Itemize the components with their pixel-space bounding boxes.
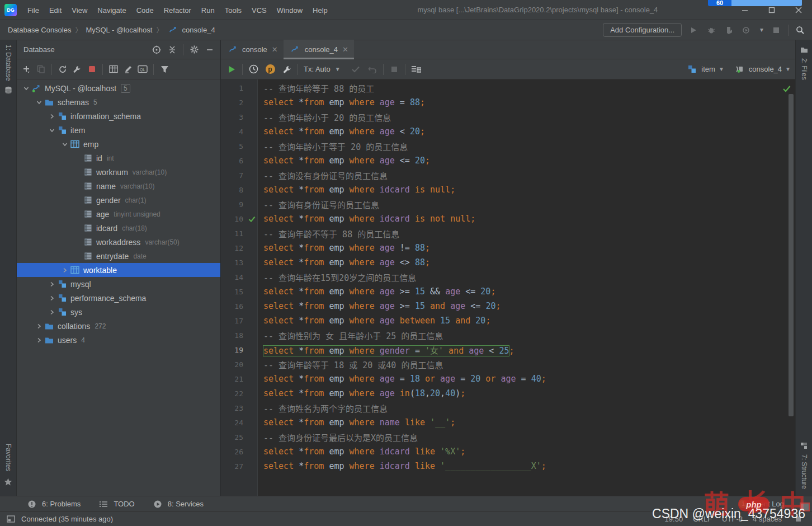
code-line[interactable]: 15select *from emp where age >= 15 && ag…	[221, 284, 795, 299]
schema-switcher[interactable]: item ▼	[686, 63, 724, 76]
code-line[interactable]: 5-- 查询年龄小于等于 20 的员工信息	[221, 139, 795, 153]
services-toolwindow[interactable]: 8: Services	[152, 498, 204, 510]
debug-icon[interactable]	[705, 24, 717, 36]
chevron-right-icon[interactable]	[47, 294, 57, 303]
connection-status[interactable]: Connected (35 minutes ago)	[21, 515, 113, 523]
chevron-right-icon[interactable]	[34, 336, 44, 345]
todo-toolwindow[interactable]: TODO	[97, 498, 134, 510]
coverage-icon[interactable]	[723, 24, 735, 36]
code-line[interactable]: 3-- 查询年龄小于 20 的员工信息	[221, 110, 795, 124]
encoding-indicator[interactable]: UTF-8	[722, 515, 743, 523]
breadcrumb-datasource[interactable]: MySQL - @localhost	[86, 26, 152, 34]
code-editor[interactable]: 1-- 查询年龄等于 88 的员工2select *from emp where…	[221, 79, 795, 496]
tree-item-collations[interactable]: collations272	[17, 319, 220, 333]
scroll-to-source-icon[interactable]	[150, 44, 163, 56]
tree-item-worktable[interactable]: worktable	[17, 263, 220, 277]
history-icon[interactable]	[247, 63, 259, 76]
breadcrumb-database-consoles[interactable]: Database Consoles	[8, 26, 71, 34]
code-line[interactable]: 23-- 查询姓名为两个字的员工信息	[221, 401, 795, 415]
menu-tools[interactable]: Tools	[220, 4, 247, 17]
chevron-down-icon[interactable]	[34, 98, 44, 107]
code-line[interactable]: 4select *from emp where age < 20;	[221, 124, 795, 139]
tab-console-4[interactable]: console_4 ✕	[284, 40, 354, 59]
toolwindow-toggle-icon[interactable]	[4, 513, 17, 525]
code-line[interactable]: 13select *from emp where age <> 88;	[221, 255, 795, 270]
tree-item-id[interactable]: idint	[17, 151, 220, 165]
code-line[interactable]: 6select *from emp where age <= 20;	[221, 153, 795, 168]
tree-item-idcard[interactable]: idcardchar(18)	[17, 221, 220, 235]
tool-stripe-database[interactable]: 1: Database	[4, 45, 12, 81]
chevron-right-icon[interactable]	[47, 308, 57, 317]
code-line[interactable]: 7-- 查询没有身份证号的员工信息	[221, 168, 795, 182]
tree-item-age[interactable]: agetinyint unsigned	[17, 207, 220, 221]
code-line[interactable]: 16select *from emp where age >= 15 and a…	[221, 299, 795, 313]
settings-wrench-icon[interactable]	[281, 63, 293, 76]
database-stripe-icon[interactable]	[2, 84, 15, 97]
indent-indicator[interactable]: 4 spaces	[753, 515, 782, 523]
problems-toolwindow[interactable]: 6: Problems	[26, 498, 81, 510]
tab-console[interactable]: console ✕	[221, 40, 284, 59]
code-line[interactable]: 9-- 查询有身份证号的员工信息	[221, 197, 795, 212]
menu-run[interactable]: Run	[196, 4, 220, 17]
code-line[interactable]: 8select *from emp where idcard is null;	[221, 182, 795, 197]
chevron-down-icon[interactable]	[47, 126, 57, 135]
session-switcher[interactable]: console_4 ▼	[733, 63, 791, 76]
code-line[interactable]: 20-- 查询年龄等于 18 或 20 或40 的员工信息	[221, 357, 795, 372]
chevron-down-icon[interactable]	[60, 140, 70, 149]
execute-icon[interactable]	[225, 63, 238, 76]
datasource-properties-icon[interactable]	[71, 63, 83, 76]
code-line[interactable]: 25-- 查询身份证号最后以为是X的员工信息	[221, 430, 795, 444]
tree-item-mysql-localhost[interactable]: MySQL - @localhost5	[17, 81, 220, 95]
event-log-toolwindow[interactable]: 1 Event Log	[739, 500, 806, 508]
stop-connection-icon[interactable]	[86, 63, 98, 76]
code-line[interactable]: 19select *from emp where gender = '女' an…	[221, 342, 795, 357]
menu-file[interactable]: File	[22, 4, 44, 17]
tree-item-schemas[interactable]: schemas5	[17, 95, 220, 109]
profiler-chevron-icon[interactable]: ▼	[759, 27, 764, 33]
code-line[interactable]: 27select *from emp where idcard like '__…	[221, 459, 795, 473]
tree-item-workaddress[interactable]: workaddressvarchar(50)	[17, 235, 220, 249]
tree-item-emp[interactable]: emp	[17, 137, 220, 151]
code-line[interactable]: 26select *from emp where idcard like '%X…	[221, 444, 795, 459]
structure-stripe-icon[interactable]	[798, 440, 810, 452]
chevron-right-icon[interactable]	[34, 322, 44, 331]
code-line[interactable]: 24select *from emp where name like '__';	[221, 415, 795, 430]
menu-help[interactable]: Help	[308, 4, 333, 17]
jump-to-console-icon[interactable]: QL	[136, 63, 149, 76]
code-line[interactable]: 18-- 查询性别为 女 且年龄小于 25 的员工信息	[221, 328, 795, 342]
profiler-icon[interactable]	[741, 24, 753, 36]
add-datasource-icon[interactable]	[20, 63, 32, 76]
line-ending-indicator[interactable]: CRLF	[693, 515, 712, 523]
view-options-icon[interactable]	[410, 63, 422, 76]
chevron-right-icon[interactable]	[60, 266, 70, 275]
parameters-icon[interactable]: p	[264, 63, 276, 76]
filter-icon[interactable]	[158, 63, 171, 76]
tree-item-worknum[interactable]: worknumvarchar(10)	[17, 165, 220, 179]
tree-item-information-schema[interactable]: information_schema	[17, 109, 220, 123]
collapse-all-icon[interactable]	[166, 44, 178, 56]
tree-item-entrydate[interactable]: entrydatedate	[17, 249, 220, 263]
tree-item-name[interactable]: namevarchar(10)	[17, 179, 220, 193]
code-line[interactable]: 17select *from emp where age between 15 …	[221, 313, 795, 328]
code-line[interactable]: 21select *from emp where age = 18 or age…	[221, 372, 795, 386]
tree-item-users[interactable]: users4	[17, 333, 220, 347]
code-line[interactable]: 10select *from emp where idcard is not n…	[221, 212, 795, 226]
tool-stripe-files[interactable]: 2: Files	[800, 58, 808, 80]
tree-item-gender[interactable]: genderchar(1)	[17, 193, 220, 207]
code-line[interactable]: 1-- 查询年龄等于 88 的员工	[221, 81, 795, 95]
tree-item-item[interactable]: item	[17, 123, 220, 137]
tree-item-sys[interactable]: sys	[17, 305, 220, 319]
tx-chevron-icon[interactable]: ▼	[335, 66, 341, 72]
menu-code[interactable]: Code	[131, 4, 159, 17]
code-line[interactable]: 2select *from emp where age = 88;	[221, 95, 795, 110]
breadcrumb-console[interactable]: console_4	[182, 26, 215, 34]
chevron-right-icon[interactable]	[47, 112, 57, 121]
hide-panel-icon[interactable]	[204, 44, 216, 56]
tree-item-performance-schema[interactable]: performance_schema	[17, 291, 220, 305]
code-line[interactable]: 12select *from emp where age != 88;	[221, 241, 795, 255]
menu-navigate[interactable]: Navigate	[92, 4, 131, 17]
readonly-lock-icon[interactable]	[792, 513, 804, 525]
menu-window[interactable]: Window	[272, 4, 308, 17]
tool-stripe-favorites[interactable]: Favorites	[4, 444, 12, 471]
files-stripe-icon[interactable]	[798, 44, 810, 56]
